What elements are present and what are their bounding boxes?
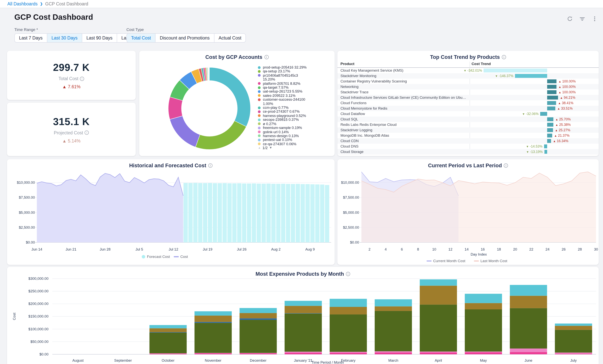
svg-text:May: May (480, 358, 487, 363)
info-icon[interactable]: i (80, 77, 84, 81)
svg-text:6: 6 (401, 247, 403, 251)
page-down-icon[interactable]: ▼ (269, 146, 272, 149)
svg-text:Jun 21: Jun 21 (66, 247, 76, 251)
svg-text:28: 28 (578, 247, 582, 251)
breadcrumb-link-all-dashboards[interactable]: All Dashboards (7, 1, 38, 6)
table-row[interactable]: Cloud Infrastructure Services GitLab Ser… (337, 95, 599, 100)
legend-item[interactable]: qa-target 7.57% (258, 86, 308, 90)
table-row[interactable]: Redis Labs Redis Enterprise Cloud▲ 25.38… (337, 122, 599, 127)
triangle-down-icon: ▼ (495, 74, 498, 78)
cost-type-option-discount-and-promotions[interactable]: Discount and Promotions (155, 34, 214, 42)
svg-text:$10,000.00: $10,000.00 (341, 180, 359, 185)
legend-dot (258, 82, 261, 85)
triangle-up-icon: ▲ (555, 129, 558, 132)
svg-text:10: 10 (432, 247, 436, 251)
svg-text:24: 24 (545, 247, 549, 251)
svg-text:$0.00: $0.00 (39, 352, 48, 356)
cost-type-option-total-cost[interactable]: Total Cost (127, 34, 155, 42)
trend-value: ▲ 25.70% (555, 117, 571, 122)
delta-up-icon: ▲ (62, 84, 67, 89)
legend-item[interactable]: customer-success-244100 1.00% (258, 98, 308, 106)
svg-text:$5,000.00: $5,000.00 (343, 210, 359, 215)
legend-dot (258, 70, 261, 73)
table-row[interactable]: Cloud DNS▼ -14.53% (337, 144, 599, 149)
legend-dot (258, 110, 261, 113)
svg-text:$100,000.00: $100,000.00 (28, 327, 48, 331)
table-row[interactable]: Container Registry Vulnerability Scannin… (337, 79, 599, 84)
triangle-down-icon: ▼ (522, 112, 525, 116)
legend-item[interactable]: platform-205701 8.82% (258, 81, 308, 86)
svg-text:20: 20 (513, 247, 517, 251)
chevron-right-icon: ❯ (40, 2, 43, 6)
svg-text:December: December (250, 358, 267, 363)
product-name: Cloud Key Management Service (KMS) (340, 68, 404, 73)
legend-item[interactable]: pr10406a87045145c3 15.20% (258, 74, 308, 82)
legend-dot (258, 106, 261, 109)
donut-chart[interactable] (139, 51, 255, 156)
table-row[interactable]: Stackdriver Trace▲ 100.00% (337, 89, 599, 95)
cost-type-option-actual-cost[interactable]: Actual Cost (214, 34, 246, 42)
table-row[interactable]: Stackdriver Monitoring▼ -146.37% (337, 73, 599, 79)
legend-item[interactable]: secops-239815 0.37% (258, 118, 308, 122)
table-row[interactable]: Cloud CDN▲ 16.34% (337, 138, 599, 144)
historical-forecast-chart[interactable]: $0.00$2,500.00$5,000.00$7,500.00$10,000.… (7, 159, 335, 265)
legend-item[interactable]: qa-setup 23.17% (258, 69, 308, 74)
table-row[interactable]: Networking▲ 100.00% (337, 84, 599, 89)
column-header-cost-trend[interactable]: Cost Trend (472, 62, 491, 66)
legend-item[interactable]: golink-url 0.14% (258, 130, 308, 134)
trend-bar (547, 96, 558, 99)
trend-bar (547, 90, 557, 94)
total-cost-card: 299.7 K Total Costi ▲ 7.61% (7, 51, 136, 100)
legend-item[interactable]: harness-playground 0.52% (258, 114, 308, 118)
current-vs-last-chart[interactable]: $0.00$2,500.00$5,000.00$7,500.00$10,000.… (337, 159, 599, 265)
table-row[interactable]: Cloud Dataflow▼ -32.06% (337, 111, 599, 117)
time-range-option-last-30-days[interactable]: Last 30 Days (47, 34, 82, 42)
trend-bar (547, 101, 556, 105)
kebab-menu-icon[interactable] (592, 16, 598, 22)
trend-card-title: Top Cost Trend by Products (430, 54, 500, 60)
info-icon[interactable]: i (502, 55, 506, 59)
product-name: Cloud Infrastructure Services GitLab Ser… (340, 95, 468, 100)
legend-item[interactable]: harness-design 0.13% (258, 134, 308, 138)
trend-value: ▲ 33.51% (557, 106, 573, 111)
triangle-up-icon: ▲ (555, 123, 558, 127)
table-row[interactable]: Cloud Memorystore for Redis▲ 33.51% (337, 106, 599, 111)
svg-text:$2,500.00: $2,500.00 (343, 225, 359, 230)
stacked-bar-chart[interactable]: $0.00$50,000.00$100,000.00$150,000.00$20… (7, 267, 599, 364)
table-row[interactable]: MongoDB Inc. MongoDB Atlas▲ 21.37% (337, 133, 599, 138)
legend-dot (258, 98, 261, 101)
trend-value: ▼ -13.19% (526, 149, 543, 155)
info-icon[interactable]: i (84, 131, 89, 135)
trend-bar (547, 79, 557, 83)
legend-item[interactable]: pentest-uat 0.10% (258, 138, 308, 142)
legend-item[interactable]: ø 0.27% (258, 122, 308, 126)
column-header-product[interactable]: Product (340, 62, 354, 66)
table-row[interactable]: Cloud Storage▼ -13.19% (337, 149, 599, 154)
legend-item[interactable]: prod-setup-205416 32.29% (258, 66, 308, 69)
legend-item[interactable]: freemium-sample 0.19% (258, 126, 308, 130)
cost-type-label: Cost Type (127, 27, 144, 32)
table-row[interactable]: Cloud Functions▲ 38.41% (337, 100, 599, 106)
legend-item[interactable]: ccm-play 0.77% (258, 106, 308, 110)
filter-icon[interactable] (579, 16, 585, 22)
svg-text:November: November (205, 358, 221, 363)
legend-item[interactable]: sales-209522 3.11% (258, 94, 308, 98)
dashboard-page: All Dashboards ❯ GCP Cost Dashboard GCP … (0, 0, 603, 364)
time-range-option-last-90-days[interactable]: Last 90 Days (82, 34, 117, 42)
table-row[interactable]: Cloud SQL▲ 25.70% (337, 117, 599, 122)
svg-text:Forecast Cost: Forecast Cost (147, 255, 170, 259)
page-up-icon[interactable]: ▲ (258, 146, 261, 149)
refresh-icon[interactable] (567, 16, 573, 22)
legend-item[interactable]: ce-prod-274307 0.67% (258, 110, 308, 114)
svg-text:January '21: January '21 (294, 358, 313, 363)
legend-item[interactable]: uat-setup-261723 5.55% (258, 90, 308, 94)
table-row[interactable]: Cloud Key Management Service (KMS)▼ -342… (337, 68, 599, 73)
info-icon[interactable]: i (264, 55, 268, 59)
svg-text:4: 4 (385, 247, 387, 251)
delta-up-icon: ▲ (62, 138, 67, 143)
triangle-up-icon: ▲ (558, 91, 561, 94)
triangle-down-icon: ▼ (526, 150, 529, 154)
table-row[interactable]: Stackdriver Logging▲ 25.27% (337, 127, 599, 133)
time-range-option-last-7-days[interactable]: Last 7 Days (15, 34, 47, 42)
svg-text:June: June (524, 358, 532, 363)
